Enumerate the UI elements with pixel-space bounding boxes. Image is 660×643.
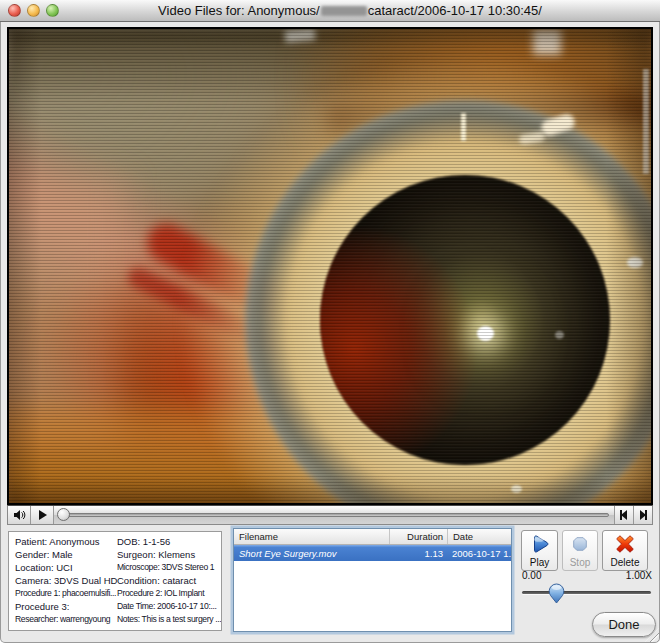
step-back-icon <box>619 510 629 520</box>
stop-icon <box>571 534 589 554</box>
play-icon <box>530 534 550 554</box>
patient-info-line: DOB: 1-1-56 <box>117 535 221 548</box>
title-bar: Video Files for: Anonymous/cataract/2006… <box>0 0 660 22</box>
patient-info-panel: Patient: Anonymous Gender: Male Location… <box>8 531 222 631</box>
patient-info-line: Procedure 2: IOL Implant <box>117 587 221 600</box>
patient-info-line: Location: UCI <box>15 561 115 574</box>
timeline-groove <box>59 513 609 517</box>
stop-button-label: Stop <box>570 557 591 568</box>
window-title: Video Files for: Anonymous/cataract/2006… <box>70 3 630 19</box>
patient-info-left-column: Patient: Anonymous Gender: Male Location… <box>15 535 115 626</box>
video-canvas <box>9 29 651 503</box>
step-forward-icon <box>638 510 648 520</box>
speed-max-label: 1.00X <box>626 570 652 581</box>
patient-info-line: Procedure 1: phacoemulsifi... <box>15 587 115 600</box>
play-triangle-icon <box>38 510 47 520</box>
video-file-list: Filename Duration Date Short Eye Surgery… <box>233 528 512 632</box>
file-row-filename: Short Eye Surgery.mov <box>234 548 389 559</box>
delete-button-label: Delete <box>611 557 640 568</box>
file-row-date: 2006-10-17 1... <box>447 548 511 559</box>
patient-info-right-column: DOB: 1-1-56 Surgeon: Klemens Microscope:… <box>117 535 221 626</box>
speed-slider[interactable] <box>521 583 652 607</box>
patient-info-line: Notes: This is a test surgery ... <box>117 613 221 626</box>
patient-info-line: Surgeon: Klemens <box>117 548 221 561</box>
playhead-thumb[interactable] <box>57 508 70 521</box>
column-header-date[interactable]: Date <box>447 529 511 544</box>
play-button-label: Play <box>530 557 549 568</box>
patient-info-line: Researcher: warrengyoung <box>15 613 115 626</box>
timeline-track[interactable] <box>54 506 615 524</box>
speed-min-label: 0.00 <box>522 570 541 581</box>
patient-info-line: Camera: 3DVS Dual HD <box>15 574 115 587</box>
column-header-duration[interactable]: Duration <box>389 529 447 544</box>
file-row-selected[interactable]: Short Eye Surgery.mov 1.13 2006-10-17 1.… <box>234 545 511 561</box>
qt-play-button[interactable] <box>31 506 54 524</box>
done-button[interactable]: Done <box>592 612 656 637</box>
patient-info-line: Microscope: 3DVS Stereo 1 <box>117 561 221 574</box>
file-list-header: Filename Duration Date <box>234 529 511 545</box>
window-title-prefix: Video Files for: Anonymous/ <box>158 3 320 18</box>
video-scrubber-bar <box>7 505 653 525</box>
redacted-patient-name <box>321 6 367 16</box>
patient-info-line: Procedure 3: <box>15 600 115 613</box>
patient-info-line: Condition: cataract <box>117 574 221 587</box>
step-back-button[interactable] <box>615 506 634 524</box>
patient-info-line: Gender: Male <box>15 548 115 561</box>
delete-button[interactable]: Delete <box>602 530 648 571</box>
step-forward-button[interactable] <box>633 506 652 524</box>
patient-info-line: Patient: Anonymous <box>15 535 115 548</box>
column-header-filename[interactable]: Filename <box>234 531 389 542</box>
minimize-button[interactable] <box>27 4 40 17</box>
close-button[interactable] <box>8 4 21 17</box>
file-row-duration: 1.13 <box>389 548 447 559</box>
volume-button[interactable] <box>8 506 31 524</box>
video-display <box>7 27 653 505</box>
speed-slider-thumb[interactable] <box>548 583 565 608</box>
zoom-button[interactable] <box>46 4 59 17</box>
delete-x-icon <box>615 534 635 554</box>
speaker-icon <box>13 509 26 521</box>
patient-info-line: Date Time: 2006-10-17 10:... <box>117 600 221 613</box>
play-button[interactable]: Play <box>521 530 558 571</box>
speed-slider-track[interactable] <box>522 591 651 594</box>
window-title-suffix: cataract/2006-10-17 10:30:45/ <box>368 3 542 18</box>
stop-button[interactable]: Stop <box>562 530 598 571</box>
video-files-window: Video Files for: Anonymous/cataract/2006… <box>0 0 660 643</box>
